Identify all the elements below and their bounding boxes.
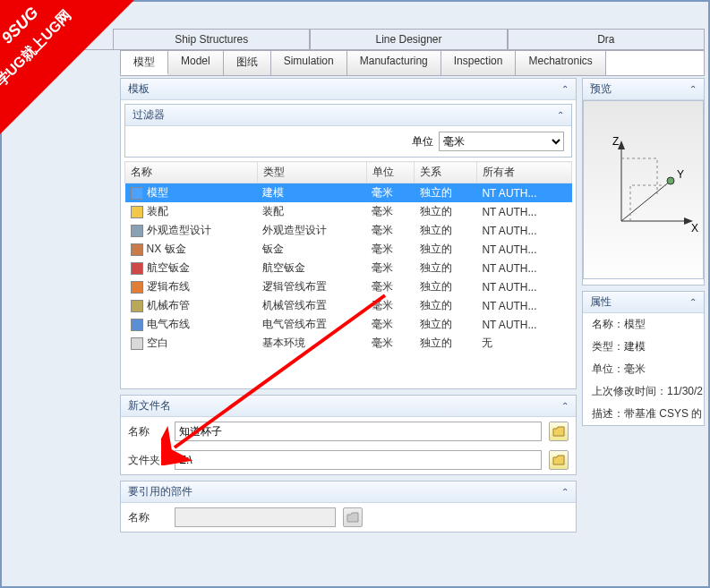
template-icon xyxy=(131,243,143,256)
table-row[interactable]: 外观造型设计外观造型设计毫米独立的NT AUTH... xyxy=(125,221,572,240)
collapse-icon[interactable]: ⌃ xyxy=(689,297,697,307)
table-header[interactable]: 单位 xyxy=(366,162,415,183)
unit-label: 单位 xyxy=(412,134,433,149)
ref-name-input xyxy=(175,507,336,527)
svg-text:Y: Y xyxy=(677,168,684,181)
top-tab-ship-structures[interactable]: Ship Structures xyxy=(113,29,310,49)
top-tab-drafting[interactable]: Dra xyxy=(508,29,705,49)
collapse-icon[interactable]: ⌃ xyxy=(561,401,569,411)
top-tab-line-designer[interactable]: Line Designer xyxy=(310,29,507,49)
preview-title: 预览 xyxy=(590,81,612,97)
new-file-panel: 新文件名 ⌃ 名称 文件夹 xyxy=(120,395,577,475)
svg-line-6 xyxy=(621,181,671,221)
sub-tab-bar: 模型Model图纸SimulationManufacturingInspecti… xyxy=(120,50,705,76)
table-row[interactable]: 航空钣金航空钣金毫米独立的NT AUTH... xyxy=(125,259,572,277)
template-panel: 模板 ⌃ 过滤器 ⌃ 单位 毫米 xyxy=(120,78,577,389)
table-header[interactable]: 关系 xyxy=(415,162,477,183)
property-line: 上次修改时间：11/30/2 xyxy=(583,380,704,403)
collapse-icon[interactable]: ⌃ xyxy=(689,84,697,94)
unit-select[interactable]: 毫米 xyxy=(439,132,564,151)
table-row[interactable]: 逻辑布线逻辑管线布置毫米独立的NT AUTH... xyxy=(125,277,572,296)
browse-folder-button[interactable] xyxy=(549,450,569,470)
folder-icon xyxy=(346,512,359,523)
filter-panel-title: 过滤器 xyxy=(133,107,165,123)
svg-text:X: X xyxy=(691,222,698,234)
template-icon xyxy=(131,187,143,200)
table-header[interactable]: 名称 xyxy=(125,162,258,183)
ref-name-label: 名称 xyxy=(128,510,167,525)
properties-panel: 属性 ⌃ 名称：模型类型：建模单位：毫米上次修改时间：11/30/2描述：带基准… xyxy=(582,291,705,426)
svg-point-7 xyxy=(667,177,674,184)
property-line: 名称：模型 xyxy=(583,313,704,336)
sub-tab-inspection[interactable]: Inspection xyxy=(441,51,517,75)
template-icon xyxy=(131,337,143,350)
table-row[interactable]: 模型建模毫米独立的NT AUTH... xyxy=(125,183,572,203)
preview-panel: 预览 ⌃ Z X Y xyxy=(582,78,705,285)
template-icon xyxy=(131,206,143,218)
csys-icon: Z X Y xyxy=(586,132,702,248)
sub-tab-图纸[interactable]: 图纸 xyxy=(224,51,271,75)
table-row[interactable]: 电气布线电气管线布置毫米独立的NT AUTH... xyxy=(125,315,572,334)
name-input[interactable] xyxy=(175,422,542,441)
folder-icon xyxy=(552,426,565,437)
top-tab-bar: Ship Structures Line Designer Dra xyxy=(5,29,705,50)
template-icon xyxy=(131,225,143,237)
sub-tab-模型[interactable]: 模型 xyxy=(121,51,168,75)
property-line: 类型：建模 xyxy=(583,336,704,358)
ref-part-panel: 要引用的部件 ⌃ 名称 xyxy=(120,481,577,533)
table-header[interactable]: 类型 xyxy=(257,162,366,183)
sub-tab-mechatronics[interactable]: Mechatronics xyxy=(516,51,605,75)
table-header[interactable]: 所有者 xyxy=(476,162,571,183)
name-label: 名称 xyxy=(128,424,167,439)
table-row[interactable]: NX 钣金钣金毫米独立的NT AUTH... xyxy=(125,240,572,259)
collapse-icon[interactable]: ⌃ xyxy=(561,487,569,497)
preview-canvas: Z X Y xyxy=(583,100,704,279)
ref-part-title: 要引用的部件 xyxy=(128,484,192,499)
table-row[interactable]: 装配装配毫米独立的NT AUTH... xyxy=(125,202,572,221)
sub-tab-manufacturing[interactable]: Manufacturing xyxy=(347,51,441,75)
new-file-title: 新文件名 xyxy=(128,398,171,413)
template-icon xyxy=(131,319,143,331)
collapse-icon[interactable]: ⌃ xyxy=(557,110,564,120)
template-table: 名称类型单位关系所有者 模型建模毫米独立的NT AUTH...装配装配毫米独立的… xyxy=(124,161,572,353)
table-row[interactable]: 空白基本环境毫米独立的无 xyxy=(125,334,572,353)
collapse-icon[interactable]: ⌃ xyxy=(561,84,569,94)
folder-label: 文件夹 xyxy=(128,453,167,468)
template-icon xyxy=(131,300,143,312)
sub-tab-model[interactable]: Model xyxy=(168,51,224,75)
browse-name-button[interactable] xyxy=(549,422,569,441)
folder-icon xyxy=(552,455,565,465)
property-line: 单位：毫米 xyxy=(583,358,704,380)
property-line: 描述：带基准 CSYS 的 N xyxy=(583,403,704,425)
svg-text:Z: Z xyxy=(612,135,619,148)
template-icon xyxy=(131,281,143,294)
table-row[interactable]: 机械布管机械管线布置毫米独立的NT AUTH... xyxy=(125,296,572,315)
properties-title: 属性 xyxy=(590,294,612,310)
sub-tab-simulation[interactable]: Simulation xyxy=(271,51,347,75)
browse-ref-button[interactable] xyxy=(343,507,363,527)
template-icon xyxy=(131,262,143,275)
folder-input[interactable] xyxy=(175,450,542,470)
template-panel-title: 模板 xyxy=(128,81,150,97)
